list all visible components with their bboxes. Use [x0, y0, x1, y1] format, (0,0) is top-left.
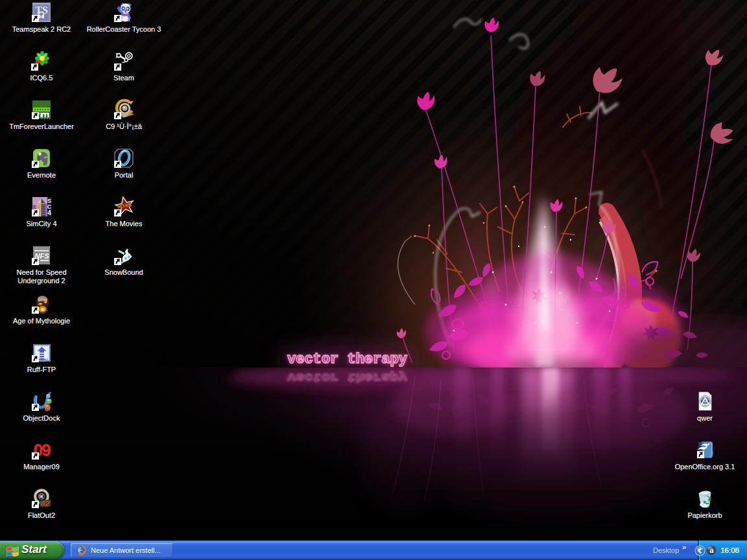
svg-text:a: a: [709, 545, 714, 555]
svg-text:4: 4: [47, 209, 51, 216]
svg-text:TS: TS: [35, 5, 48, 16]
svg-text:02: 02: [41, 500, 49, 508]
